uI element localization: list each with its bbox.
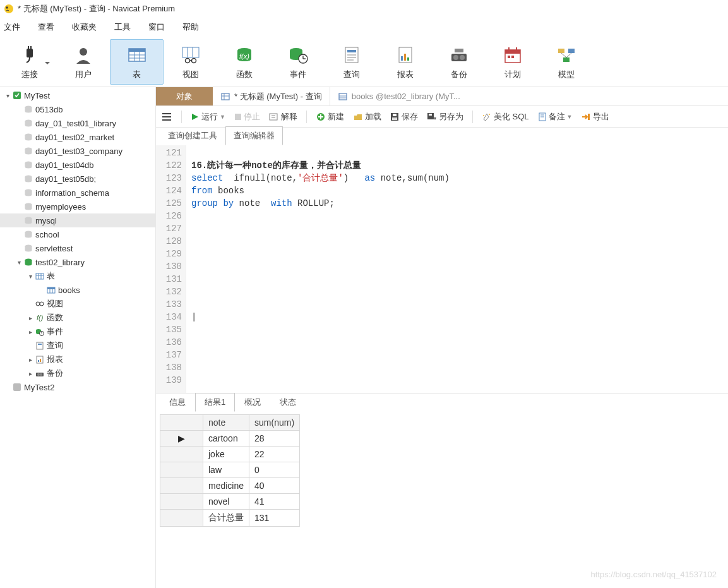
- tree-node-9[interactable]: mysql: [0, 213, 155, 227]
- report-button[interactable]: 报表: [378, 39, 432, 85]
- tab-query-untitled[interactable]: * 无标题 (MyTest) - 查询: [213, 87, 330, 105]
- results-table[interactable]: notesum(num)▶cartoon28joke22law0medicine…: [160, 414, 300, 527]
- explain-button[interactable]: 解释: [269, 111, 297, 123]
- view-button[interactable]: 视图: [164, 39, 217, 85]
- table-row[interactable]: ▶cartoon28: [160, 431, 300, 447]
- load-button[interactable]: 加载: [353, 111, 381, 123]
- tree-node-1[interactable]: 0513db: [0, 102, 155, 116]
- expand-caret-icon[interactable]: [27, 273, 34, 280]
- backup-button[interactable]: 备份: [432, 39, 486, 85]
- cell[interactable]: novel: [203, 494, 249, 510]
- model-button[interactable]: 模型: [539, 39, 593, 85]
- tree-node-4[interactable]: day01_test03_company: [0, 144, 155, 158]
- cell[interactable]: 28: [249, 431, 300, 447]
- new-button[interactable]: 新建: [316, 111, 344, 123]
- tree-node-18[interactable]: 查询: [0, 339, 155, 352]
- tab-books[interactable]: books @test02_library (MyT...: [330, 87, 468, 105]
- svg-rect-103: [393, 114, 397, 116]
- table-row[interactable]: joke22: [160, 447, 300, 462]
- cell[interactable]: 40: [249, 478, 300, 494]
- tree-node-3[interactable]: day01_test02_market: [0, 130, 155, 144]
- results-grid[interactable]: notesum(num)▶cartoon28joke22law0medicine…: [156, 412, 728, 527]
- menu-item-4[interactable]: 窗口: [148, 21, 165, 33]
- result-tab-3[interactable]: 状态: [270, 393, 306, 412]
- column-header[interactable]: note: [203, 415, 249, 431]
- svg-point-83: [40, 373, 42, 376]
- beautify-button[interactable]: 美化 SQL: [482, 111, 529, 123]
- expand-caret-icon[interactable]: [4, 92, 11, 99]
- code-editor[interactable]: 1211221231241251261271281291301311321331…: [156, 145, 728, 393]
- report-label: 报表: [397, 69, 414, 80]
- table-row[interactable]: medicine40: [160, 478, 300, 494]
- query-button[interactable]: 查询: [325, 39, 378, 85]
- save-button[interactable]: 保存: [390, 111, 418, 123]
- cell[interactable]: 41: [249, 494, 300, 510]
- cell[interactable]: cartoon: [203, 431, 249, 447]
- tree-node-20[interactable]: 备份: [0, 366, 155, 380]
- cell[interactable]: law: [203, 462, 249, 478]
- expand-caret-icon[interactable]: [27, 356, 34, 363]
- expand-caret-icon[interactable]: [27, 328, 34, 335]
- function-button[interactable]: f(x)函数: [217, 39, 271, 85]
- tab-object[interactable]: 对象: [156, 87, 213, 105]
- tree-node-label: MyTest: [24, 91, 50, 100]
- expand-caret-icon[interactable]: [27, 315, 34, 321]
- menu-button[interactable]: [161, 112, 172, 122]
- expand-caret-icon[interactable]: [15, 259, 23, 266]
- table-row[interactable]: 合计总量131: [160, 510, 300, 527]
- result-tab-0[interactable]: 信息: [160, 393, 195, 412]
- tree-node-14[interactable]: books: [0, 283, 155, 297]
- tree-node-21[interactable]: MyTest2: [0, 380, 155, 394]
- tree-node-0[interactable]: MyTest: [0, 88, 155, 102]
- connect-button[interactable]: 连接: [3, 39, 56, 85]
- event-button[interactable]: 事件: [271, 39, 325, 85]
- tree-node-2[interactable]: day_01_test01_library: [0, 116, 155, 130]
- cell[interactable]: 合计总量: [203, 510, 249, 527]
- result-tab-2[interactable]: 概况: [235, 393, 270, 412]
- export-button[interactable]: 导出: [581, 111, 609, 123]
- menu-item-2[interactable]: 收藏夹: [72, 21, 97, 33]
- stop-button[interactable]: 停止: [234, 111, 260, 123]
- cell[interactable]: 131: [249, 510, 300, 527]
- query-icon: [340, 44, 363, 66]
- cell[interactable]: medicine: [203, 478, 249, 494]
- event-icon: [287, 44, 309, 66]
- expand-caret-icon[interactable]: [27, 370, 34, 377]
- tree-node-5[interactable]: day01_test04db: [0, 158, 155, 172]
- menu-item-0[interactable]: 文件: [4, 21, 20, 33]
- result-tab-1[interactable]: 结果1: [195, 393, 235, 412]
- tree-node-7[interactable]: information_schema: [0, 186, 155, 200]
- tree-node-19[interactable]: 报表: [0, 352, 155, 366]
- table-row[interactable]: novel41: [160, 494, 300, 510]
- tree-node-16[interactable]: f()函数: [0, 311, 155, 325]
- cell[interactable]: 0: [249, 462, 300, 478]
- cell[interactable]: joke: [203, 447, 249, 462]
- run-button[interactable]: 运行▼: [191, 111, 225, 123]
- tree-node-13[interactable]: 表: [0, 269, 155, 283]
- table-button[interactable]: 表: [110, 39, 164, 85]
- svg-rect-112: [588, 114, 590, 120]
- tab-builder[interactable]: 查询创建工具: [160, 126, 225, 145]
- tree-node-15[interactable]: 视图: [0, 297, 155, 311]
- sidebar-tree[interactable]: MyTest0513dbday_01_test01_libraryday01_t…: [0, 87, 156, 588]
- schedule-button[interactable]: 计划: [486, 39, 539, 85]
- tree-node-8[interactable]: myemployees: [0, 200, 155, 213]
- code-area[interactable]: 16.统计每一种note的库存量，并合计总量select ifnull(note…: [186, 145, 455, 393]
- tree-node-6[interactable]: day01_test05db;: [0, 172, 155, 186]
- table-row[interactable]: law0: [160, 462, 300, 478]
- saveas-button[interactable]: 另存为: [427, 111, 463, 123]
- menu-item-5[interactable]: 帮助: [182, 21, 199, 33]
- tree-node-17[interactable]: 事件: [0, 325, 155, 339]
- user-button[interactable]: 用户: [56, 39, 110, 85]
- cell[interactable]: 22: [249, 447, 300, 462]
- menu-item-1[interactable]: 查看: [38, 21, 54, 33]
- tree-node-10[interactable]: school: [0, 227, 155, 241]
- table-label: 表: [133, 69, 141, 80]
- tree-node-12[interactable]: test02_library: [0, 255, 155, 269]
- notes-button[interactable]: 备注▼: [538, 111, 573, 123]
- menu-item-3[interactable]: 工具: [114, 21, 131, 33]
- app-icon: [4, 4, 14, 14]
- tab-editor[interactable]: 查询编辑器: [225, 126, 283, 145]
- column-header[interactable]: sum(num): [249, 415, 300, 431]
- tree-node-11[interactable]: servlettest: [0, 241, 155, 255]
